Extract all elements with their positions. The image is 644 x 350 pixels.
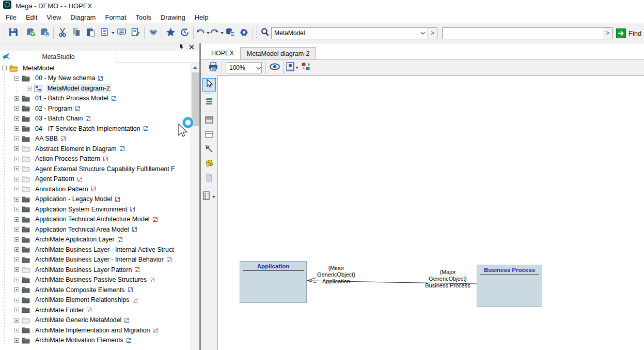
tree-item[interactable]: −MetaModel — [0, 63, 191, 73]
expand-icon[interactable]: + — [14, 207, 19, 211]
tree-item[interactable]: +03 - Batch Chain — [0, 114, 191, 124]
expand-icon[interactable]: + — [14, 227, 19, 232]
menu-item-format[interactable]: Format — [100, 12, 131, 23]
search-button[interactable] — [259, 26, 271, 40]
expand-icon[interactable]: + — [14, 308, 19, 312]
expand-icon[interactable]: + — [14, 318, 19, 323]
expand-icon[interactable]: + — [14, 157, 19, 161]
expand-icon[interactable]: + — [14, 136, 19, 141]
pointer-tool-button[interactable] — [202, 78, 216, 92]
diagram-update-button[interactable] — [299, 60, 313, 74]
tree-item[interactable]: −00 - My New schema — [0, 73, 191, 84]
search-combobox[interactable] — [271, 27, 428, 39]
collapse-icon[interactable]: − — [14, 76, 19, 81]
expand-icon[interactable]: + — [27, 86, 32, 90]
tree-item[interactable]: +Application System Environment — [0, 204, 191, 215]
tree-item[interactable]: +ArchiMate Folder — [0, 305, 191, 315]
tree-item[interactable]: +AA SBB — [0, 134, 191, 144]
zoom-chevron-icon[interactable] — [256, 64, 261, 71]
menu-item-help[interactable]: Help — [190, 12, 213, 23]
database-refresh-button[interactable] — [38, 26, 52, 40]
expand-icon[interactable]: + — [14, 126, 19, 131]
search-combo-chevron-icon[interactable] — [418, 28, 428, 39]
tree-item[interactable]: +ArchiMate Business Layer - Internal Beh… — [0, 255, 191, 265]
expand-icon[interactable]: + — [14, 287, 19, 292]
tree-item[interactable]: +Annotation Pattern — [0, 184, 191, 194]
find-field[interactable] — [442, 27, 603, 39]
connector-arrow-tool-button[interactable] — [202, 143, 216, 157]
tab-metamodel-diagram-2[interactable]: MetaModel diagram-2 — [240, 47, 317, 59]
handshake-button[interactable] — [146, 26, 160, 40]
tree-item[interactable]: +ArchiMate Application Layer — [0, 235, 191, 245]
expand-icon[interactable]: + — [14, 177, 19, 181]
tree-item[interactable]: +Action Process Pattern — [0, 154, 191, 164]
find-input[interactable] — [443, 28, 603, 39]
expand-icon[interactable]: + — [14, 267, 19, 272]
tab-metastudio[interactable]: MetaStudio — [0, 51, 116, 63]
application-box[interactable]: Application — [240, 261, 307, 303]
visibility-button[interactable] — [268, 60, 281, 74]
tree-item[interactable]: +ArchiMate Implementation and Migration — [0, 325, 191, 336]
menu-item-view[interactable]: View — [42, 12, 66, 23]
menu-item-drawing[interactable]: Drawing — [156, 12, 190, 23]
redo-button[interactable] — [209, 26, 223, 40]
search-toolbar-grip[interactable] — [255, 26, 257, 40]
tab-hopex[interactable]: HOPEX — [205, 47, 240, 59]
business-process-box[interactable]: Business Process — [477, 265, 542, 307]
window-options-button[interactable] — [285, 60, 299, 74]
comment-button[interactable] — [115, 26, 129, 40]
tree-item[interactable]: +ArchiMate Business Layer Pattern — [0, 265, 191, 275]
empty-box-tool-button[interactable] — [202, 129, 216, 142]
tree-item[interactable]: +MetaModel diagram-2 — [0, 83, 191, 94]
expand-icon[interactable]: + — [14, 217, 19, 222]
tree-item[interactable]: +Application Technical Area Model — [0, 224, 191, 235]
window-list-button[interactable] — [101, 26, 115, 40]
search-input[interactable] — [272, 28, 418, 39]
expand-icon[interactable]: + — [14, 328, 19, 332]
expand-icon[interactable]: + — [14, 116, 19, 121]
scrollbar-up-arrow[interactable] — [191, 63, 199, 72]
tree-item[interactable]: +Agent Pattern — [0, 174, 191, 185]
expand-icon[interactable]: + — [14, 166, 19, 171]
zoom-combobox[interactable]: 100% — [226, 62, 262, 73]
tree-item[interactable]: +04 - IT Service Batch Implementation — [0, 124, 191, 134]
cut-button[interactable] — [55, 26, 69, 40]
menu-item-file[interactable]: File — [1, 12, 21, 23]
expand-icon[interactable]: + — [14, 237, 19, 242]
tree-item[interactable]: +Application Technical Architecture Mode… — [0, 215, 191, 225]
expand-icon[interactable]: + — [14, 298, 19, 302]
print-button[interactable] — [206, 60, 220, 74]
expand-icon[interactable]: + — [14, 106, 19, 111]
expand-icon[interactable]: + — [14, 96, 19, 101]
menu-item-edit[interactable]: Edit — [21, 12, 42, 23]
scroll-tool-button[interactable] — [202, 96, 216, 110]
find-go-button[interactable]: > — [603, 27, 612, 39]
tree-item[interactable]: +ArchiMate Element Relationships — [0, 295, 191, 306]
expand-icon[interactable]: + — [14, 278, 19, 282]
diagram-toolbar-grip[interactable] — [202, 61, 205, 74]
expand-icon[interactable]: + — [14, 257, 19, 262]
save-button[interactable] — [6, 26, 20, 40]
database-copy-button[interactable] — [223, 26, 237, 40]
tree-item[interactable]: +02 - Program — [0, 103, 191, 114]
settings-button[interactable] — [237, 26, 251, 40]
undo-button[interactable] — [195, 26, 209, 40]
expand-icon[interactable]: + — [14, 187, 19, 191]
tree-item[interactable]: +Abstract Element in Diagram — [0, 144, 191, 154]
expand-icon[interactable]: + — [14, 197, 19, 202]
tree-item[interactable]: +ArchiMate Motivation Elements — [0, 336, 191, 346]
tree-item[interactable]: +ArchiMate Business Layer - Internal Act… — [0, 245, 191, 255]
history-button[interactable] — [178, 26, 192, 40]
tree-item[interactable]: +Agent External Structure Capability Ful… — [0, 164, 191, 174]
expand-icon[interactable]: + — [14, 146, 19, 151]
tree-item[interactable]: +01 - Batch Process Model — [0, 94, 191, 104]
tree-item[interactable]: +ArchiMate Generic MetaModel — [0, 315, 191, 326]
toolbar-grip[interactable] — [3, 26, 5, 40]
database-commit-button[interactable] — [24, 26, 38, 40]
filled-box-tool-button[interactable] — [202, 114, 216, 128]
page-tool-button[interactable] — [202, 172, 216, 186]
menu-item-diagram[interactable]: Diagram — [66, 12, 100, 23]
menu-item-tools[interactable]: Tools — [131, 12, 156, 23]
find-button[interactable]: Find — [616, 28, 641, 38]
close-icon[interactable] — [189, 42, 194, 52]
